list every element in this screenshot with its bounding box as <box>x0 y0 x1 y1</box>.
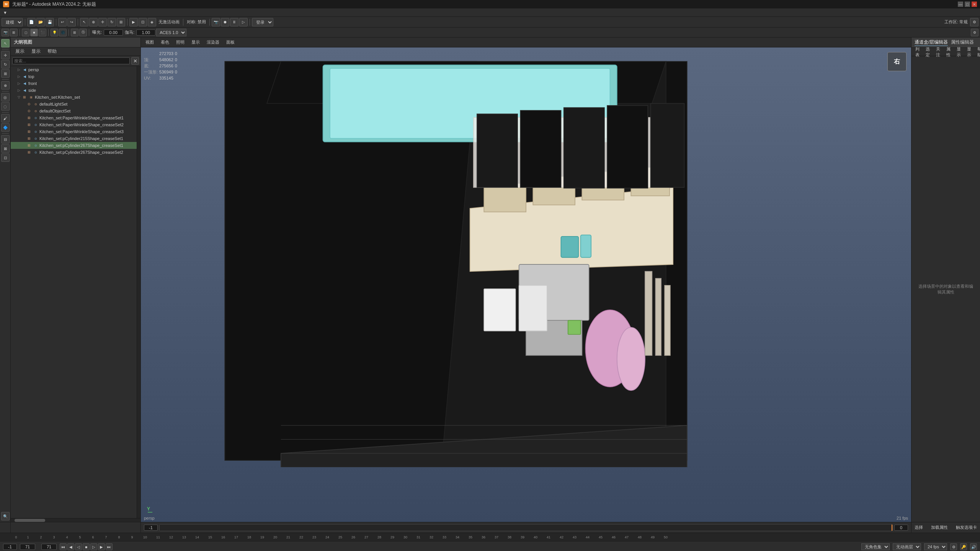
layer3-btn[interactable]: ⊡ <box>1 153 10 162</box>
open-scene-button[interactable]: 📂 <box>36 18 45 26</box>
menu-dropdown-arrow[interactable]: ▼ <box>2 10 9 15</box>
outliner-menu-help[interactable]: 帮助 <box>44 47 60 55</box>
timeline-bar[interactable] <box>159 524 893 531</box>
minimize-button[interactable]: — <box>958 2 963 7</box>
viewport-canvas[interactable]: 272703 0 顶: 548062 0 底: 275656 0 一顶形: <box>141 47 911 522</box>
shaded-btn[interactable]: ■ <box>30 29 38 36</box>
lighting-btn[interactable]: 💡 <box>51 29 58 36</box>
soft-select-btn[interactable]: ◎ <box>1 93 10 101</box>
tree-item-crease4[interactable]: ⊞ ⊙ Kitchen_set:pCylinder215Shape_crease… <box>11 135 137 142</box>
tree-item-light-set[interactable]: ⊙ ⊙ defaultLightSet <box>11 101 137 108</box>
outliner-menu-display[interactable]: 显示 <box>28 47 44 55</box>
wireframe-btn[interactable]: ◻ <box>22 29 29 36</box>
tree-item-kitchen-set[interactable]: ▽ ⊞ ⊞ Kitchen_set:Kitchen_set <box>11 94 137 101</box>
stop-btn[interactable]: ■ <box>83 543 90 550</box>
render-settings-btn[interactable]: ⚙ <box>971 29 978 36</box>
layer-btn[interactable]: ⊟ <box>1 135 10 143</box>
rotate-tool[interactable]: ↻ <box>108 18 116 26</box>
scale-btn[interactable]: ⊞ <box>1 69 10 78</box>
lasso-select-btn[interactable]: ◌ <box>1 102 10 111</box>
anim-end-field[interactable] <box>894 525 908 531</box>
paint-select-btn[interactable]: 🖌 <box>1 114 10 122</box>
textured-btn[interactable]: ⬛ <box>39 29 46 36</box>
rotate-btn[interactable]: ↻ <box>1 60 10 68</box>
grid-toggle-btn[interactable]: ⊞ <box>71 29 78 36</box>
outliner-search-clear[interactable]: ✕ <box>131 57 139 65</box>
redo-button[interactable]: ↪ <box>67 18 76 26</box>
mode-dropdown[interactable]: 建模 <box>2 18 23 26</box>
viewport-menu-shading[interactable]: 着色 <box>158 39 172 46</box>
anim-layer-dropdown[interactable]: 无动画层 <box>893 543 921 550</box>
exposure-input[interactable] <box>104 29 123 36</box>
lasso-tool[interactable]: ⊕ <box>89 18 98 26</box>
new-scene-button[interactable]: 📄 <box>27 18 36 26</box>
stat-val-bot2: 0 <box>175 63 179 69</box>
key-btn[interactable]: 🔑 <box>960 543 967 550</box>
universal-manip-btn[interactable]: ⊕ <box>1 81 10 90</box>
undo-button[interactable]: ↩ <box>58 18 67 26</box>
char-set-dropdown[interactable]: 无角色集 <box>861 543 890 550</box>
tree-item-crease5[interactable]: ⊞ ⊙ Kitchen_set:pCylinder267Shape_crease… <box>11 142 137 149</box>
close-button[interactable]: ✕ <box>972 2 977 7</box>
tree-item-crease3[interactable]: ⊞ ⊙ Kitchen_set:PaperWrinkleShape_crease… <box>11 128 137 135</box>
move-btn[interactable]: ✛ <box>1 51 10 59</box>
viewport-menu-lighting[interactable]: 照明 <box>173 39 188 46</box>
camera-controls-button[interactable]: 📷 <box>212 18 220 26</box>
gamma-input[interactable] <box>136 29 155 36</box>
camera-select-btn[interactable]: 📷 <box>2 29 9 36</box>
save-scene-button[interactable]: 💾 <box>46 18 54 26</box>
outliner-search-input[interactable] <box>12 57 130 64</box>
play-fwd-btn[interactable]: ▷ <box>90 543 97 550</box>
prev-key-btn[interactable]: ⏮ <box>60 543 67 550</box>
tree-item-object-set[interactable]: ⊙ ⊙ defaultObjectSet <box>11 108 137 114</box>
fps-dropdown[interactable]: 24 fps <box>924 543 947 550</box>
snap-to-curve-button[interactable]: ◈ <box>148 18 156 26</box>
outliner-vscroll[interactable] <box>137 66 140 518</box>
audio-btn[interactable]: 🔊 <box>970 543 977 550</box>
anim-start-field[interactable] <box>144 525 158 531</box>
frame-start-input[interactable] <box>3 544 17 550</box>
outliner-menu-show[interactable]: 展示 <box>12 47 28 55</box>
viewport-menu-panels[interactable]: 面板 <box>223 39 238 46</box>
aces-dropdown[interactable]: ACES 1.0 <box>156 29 186 36</box>
search-btn[interactable]: 🔍 <box>1 512 10 520</box>
tree-item-side[interactable]: ▷ ◀ side <box>11 87 137 94</box>
viewport-menu-view[interactable]: 视图 <box>142 39 157 46</box>
layer2-btn[interactable]: ⊠ <box>1 144 10 153</box>
tree-item-crease1[interactable]: ⊞ ⊙ Kitchen_set:PaperWrinkleShape_crease… <box>11 114 137 121</box>
tree-item-crease6[interactable]: ⊞ ⊙ Kitchen_set:pCylinder267Shape_crease… <box>11 149 137 156</box>
right-tab-channelbox[interactable]: 通道盒/层编辑器 <box>915 39 948 46</box>
playblast-button[interactable]: ⏺ <box>221 18 229 26</box>
step-fwd-btn[interactable]: ▶ <box>98 543 105 550</box>
pause-button[interactable]: ⏸ <box>230 18 238 26</box>
tree-item-front[interactable]: ▷ ◀ front <box>11 80 137 87</box>
crease-icon-6: ⊞ <box>26 150 32 155</box>
select-tool[interactable]: ↖ <box>80 18 88 26</box>
select-mode-btn[interactable]: ↖ <box>1 39 10 47</box>
hud-toggle-btn[interactable]: ⓗ <box>79 29 87 36</box>
right-tab-attr[interactable]: 属性编辑器 <box>951 39 974 46</box>
workspace-settings[interactable]: ⚙ <box>970 18 978 26</box>
play-back-btn[interactable]: ◁ <box>75 543 82 550</box>
tree-item-crease2[interactable]: ⊞ ⊙ Kitchen_set:PaperWrinkleShape_crease… <box>11 121 137 128</box>
play-button[interactable]: ▷ <box>239 18 248 26</box>
scale-tool[interactable]: ⊞ <box>117 18 125 26</box>
shadow-btn[interactable]: 🌑 <box>59 29 67 36</box>
frame-current-input[interactable] <box>20 544 35 550</box>
login-dropdown[interactable]: 登录 <box>252 18 273 26</box>
render-view-button[interactable]: ▶ <box>129 18 138 26</box>
frame-end-input[interactable] <box>41 544 57 550</box>
move-tool[interactable]: ✛ <box>98 18 107 26</box>
maximize-button[interactable]: □ <box>965 2 970 7</box>
snap-to-grid-button[interactable]: ⊡ <box>139 18 147 26</box>
tree-item-persp[interactable]: ▷ ◀ persp <box>11 66 137 73</box>
sculpt-btn[interactable]: 🔷 <box>1 123 10 132</box>
outliner-hscroll-thumb[interactable] <box>15 519 45 522</box>
step-back-btn[interactable]: ◀ <box>67 543 74 550</box>
tree-item-top[interactable]: ▷ ◀ top <box>11 73 137 80</box>
viewport-menu-show[interactable]: 显示 <box>188 39 203 46</box>
next-key-btn[interactable]: ⏭ <box>106 543 113 550</box>
timeline-settings-btn[interactable]: ⚙ <box>950 543 957 550</box>
viewport-menu-renderer[interactable]: 渲染器 <box>204 39 222 46</box>
viewport-mode-btn[interactable]: ⊞ <box>10 29 18 36</box>
